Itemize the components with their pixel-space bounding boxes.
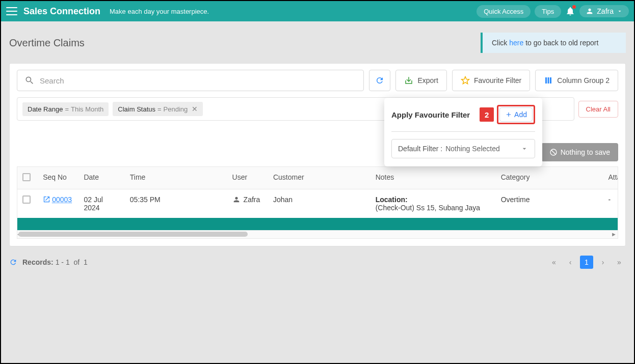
- page-title: Overtime Claims: [9, 37, 85, 49]
- horizontal-scrollbar[interactable]: ◄ ►: [17, 230, 618, 238]
- search-container: [17, 70, 364, 91]
- person-icon: [232, 195, 241, 204]
- cell-customer: Johan: [268, 189, 371, 218]
- menu-icon[interactable]: [6, 7, 17, 15]
- col-seq[interactable]: Seq No: [38, 167, 78, 189]
- clear-all-button[interactable]: Clear All: [578, 101, 618, 118]
- footer: Records: 1 - 1 of 1 « ‹ 1 › »: [1, 249, 634, 275]
- add-filter-button[interactable]: Add: [499, 107, 533, 122]
- step-badge: 2: [480, 107, 494, 122]
- cell-notes: Location: (Check-Out) Ss 15, Subang Jaya: [371, 189, 496, 218]
- col-time[interactable]: Time: [125, 167, 227, 189]
- cell-user: Zafra: [232, 195, 263, 204]
- refresh-icon: [375, 76, 384, 85]
- totals-row: [17, 218, 618, 230]
- cell-time: 05:35 PM: [125, 189, 227, 218]
- pagination: « ‹ 1 › »: [547, 256, 626, 269]
- filter-chip-claim-status[interactable]: Claim Status = Pending ✕: [113, 102, 203, 116]
- refresh-button[interactable]: [369, 70, 390, 91]
- export-button[interactable]: Export: [395, 70, 446, 91]
- table-container: Seq No Date Time User Customer Notes Cat…: [17, 166, 618, 239]
- page-first[interactable]: «: [547, 256, 561, 269]
- info-banner: Click here to go back to old report: [481, 33, 626, 53]
- user-name: Zafra: [597, 7, 614, 15]
- records-label: Records:: [22, 258, 54, 266]
- favourite-filter-popover: Apply Favourite Filter 2 Add Default Fil…: [384, 98, 542, 166]
- tips-button[interactable]: Tips: [535, 5, 561, 18]
- ban-icon: [549, 148, 558, 156]
- top-bar: Sales Connection Make each day your mast…: [1, 1, 634, 21]
- seq-link[interactable]: 00003: [52, 195, 72, 204]
- search-icon: [24, 75, 35, 86]
- cell-category: Overtime: [496, 189, 603, 218]
- page-last[interactable]: »: [613, 256, 626, 269]
- quick-access-button[interactable]: Quick Access: [477, 5, 531, 18]
- row-checkbox[interactable]: [22, 195, 31, 204]
- col-category[interactable]: Category: [496, 167, 603, 189]
- col-notes[interactable]: Notes: [371, 167, 496, 189]
- page-prev[interactable]: ‹: [564, 256, 577, 269]
- chip-close-icon[interactable]: ✕: [192, 105, 198, 113]
- user-menu[interactable]: Zafra: [579, 5, 629, 17]
- cell-attach: -: [603, 189, 618, 218]
- col-user[interactable]: User: [227, 167, 268, 189]
- nothing-to-save-button: Nothing to save: [541, 143, 618, 161]
- chevron-down-icon: [617, 8, 623, 14]
- svg-line-1: [551, 150, 555, 154]
- col-customer[interactable]: Customer: [268, 167, 371, 189]
- old-report-link[interactable]: here: [509, 39, 523, 47]
- default-filter-select[interactable]: Default Filter : Nothing Selected: [391, 139, 535, 158]
- add-button-highlight: Add: [497, 105, 535, 124]
- footer-refresh-icon[interactable]: [9, 258, 17, 266]
- columns-icon: [544, 76, 553, 85]
- search-input[interactable]: [40, 76, 356, 85]
- star-icon: [461, 76, 470, 85]
- page-header: Overtime Claims Click here to go back to…: [1, 21, 634, 63]
- column-group-button[interactable]: Column Group 2: [535, 70, 618, 91]
- page-next[interactable]: ›: [596, 256, 610, 269]
- download-icon: [404, 76, 413, 85]
- external-link-icon: [43, 195, 50, 203]
- popover-title: Apply Favourite Filter: [391, 110, 480, 119]
- scroll-right-icon[interactable]: ►: [611, 231, 617, 237]
- chevron-down-icon: [520, 145, 528, 153]
- page-current[interactable]: 1: [580, 256, 593, 269]
- bell-icon[interactable]: [565, 6, 575, 16]
- cell-date: 02 Jul 2024: [78, 189, 124, 218]
- select-all-checkbox[interactable]: [22, 173, 31, 181]
- filter-chip-date-range[interactable]: Date Range = This Month: [22, 102, 109, 116]
- col-date[interactable]: Date: [78, 167, 124, 189]
- tagline: Make each day your masterpiece.: [110, 8, 209, 15]
- scroll-thumb[interactable]: [18, 232, 248, 237]
- col-attach[interactable]: Atta: [603, 167, 618, 189]
- brand-title: Sales Connection: [23, 6, 100, 17]
- favourite-filter-button[interactable]: Favourite Filter: [452, 70, 530, 91]
- plus-icon: [505, 111, 512, 118]
- table-row: 00003 02 Jul 2024 05:35 PM Zafra Johan: [17, 189, 618, 218]
